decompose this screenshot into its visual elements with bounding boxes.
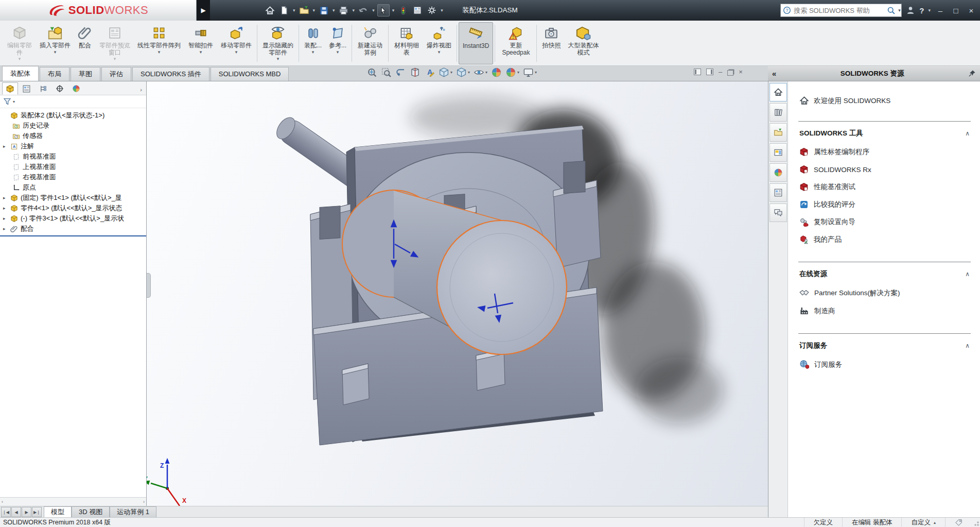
search-icon[interactable] [887, 6, 896, 15]
edit-appearance-icon[interactable] [491, 67, 502, 78]
logo-flyout-button[interactable]: ▶ [197, 0, 210, 21]
rollback-bar[interactable] [0, 235, 146, 236]
tree-item-sensors[interactable]: 传感器 [0, 131, 146, 141]
tree-item-annotations[interactable]: ▸ 注解 [0, 141, 146, 151]
expand-arrow-icon[interactable]: ▸ [3, 206, 8, 211]
select-tool-button[interactable] [377, 4, 390, 16]
welcome-link[interactable]: 欢迎使用 SOLIDWORKS [799, 96, 971, 106]
link-subscription-services[interactable]: 订阅服务 [798, 355, 971, 373]
collapse-left-pane-icon[interactable] [694, 69, 701, 75]
ribbon-bill-of-materials[interactable]: 材料明细表 [390, 22, 423, 64]
next-tab-button[interactable]: ▶ [22, 507, 31, 517]
ribbon-move-component[interactable]: 移动零部件▾ [217, 22, 255, 64]
link-performance-benchmark[interactable]: 性能基准测试 [798, 178, 971, 196]
help-dropdown-icon[interactable]: ▾ [928, 8, 931, 13]
viewport-minimize-icon[interactable]: – [719, 68, 722, 76]
tag-button[interactable] [945, 518, 972, 527]
section-view-icon[interactable] [410, 67, 421, 78]
link-property-tab-builder[interactable]: 属性标签编制程序 [798, 143, 971, 161]
tree-item-front-plane[interactable]: 前视基准面 [0, 151, 146, 162]
motion-study-tab[interactable]: 运动算例 1 [110, 506, 156, 517]
help-menu-button[interactable]: ? [919, 6, 924, 15]
link-copy-settings-wizard[interactable]: 复制设置向导 [798, 213, 971, 231]
tab-solidworks-addins[interactable]: SOLIDWORKS 插件 [132, 67, 209, 81]
ribbon-update-speedpak[interactable]: 更新 Speedpak [497, 22, 535, 64]
tree-item-top-plane[interactable]: 上视基准面 [0, 162, 146, 172]
save-dropdown-icon[interactable]: ▾ [332, 8, 335, 13]
link-my-products[interactable]: 我的产品 [798, 231, 971, 248]
tab-layout[interactable]: 布局 [40, 67, 69, 81]
collapse-task-pane-icon[interactable]: « [772, 69, 776, 78]
link-partner-solutions[interactable]: Partner Solutions(解决方案) [798, 284, 971, 302]
file-explorer-tab[interactable] [769, 123, 787, 142]
hide-show-items-icon[interactable]: ▾ [474, 67, 487, 78]
panel-splitter-handle[interactable] [147, 273, 151, 298]
tree-item-origin[interactable]: 原点 [0, 182, 146, 193]
zoom-to-area-icon[interactable] [381, 67, 392, 78]
3d-views-tab[interactable]: 3D 视图 [72, 506, 110, 517]
ribbon-smart-fasteners[interactable]: 智能扣件▾ [184, 22, 217, 64]
prev-tab-button[interactable]: ◀ [11, 507, 21, 517]
property-manager-tab[interactable] [19, 82, 34, 95]
display-style-icon[interactable]: ▾ [456, 67, 470, 78]
collapse-chevron-icon[interactable]: ∧ [965, 342, 970, 349]
ribbon-assembly-features[interactable]: 装配...▾ [301, 22, 325, 64]
design-library-tab[interactable] [769, 103, 787, 122]
undo-dropdown-icon[interactable]: ▾ [372, 8, 375, 13]
view-annotations-icon[interactable] [424, 67, 435, 78]
ribbon-take-snapshot[interactable]: 拍快照 [538, 22, 564, 64]
assembly-model[interactable]: Z Y X [147, 81, 768, 506]
ribbon-reference-geometry[interactable]: 参考...▾ [325, 22, 350, 64]
panel-flyout-arrow-icon[interactable]: › [140, 87, 145, 95]
display-manager-tab[interactable] [68, 82, 84, 95]
ribbon-linear-pattern[interactable]: 线性零部件阵列▾ [134, 22, 184, 64]
tree-item-part4[interactable]: ▸ 零件4<1> (默认<<默认>_显示状态 [0, 203, 146, 213]
ribbon-show-hidden-components[interactable]: 显示隐藏的零部件▾ [259, 22, 297, 64]
undo-button[interactable] [357, 4, 370, 16]
tree-filter-bar[interactable]: ▾ [0, 95, 146, 108]
graphics-viewport[interactable]: Z Y X [147, 81, 768, 506]
collapse-chevron-icon[interactable]: ∧ [965, 130, 970, 137]
link-solidworks-rx[interactable]: SOLIDWORKS Rx [798, 161, 971, 178]
link-manufacturers[interactable]: 制造商 [798, 302, 971, 320]
options-button[interactable] [426, 4, 438, 16]
first-tab-button[interactable]: ❘◀ [1, 507, 11, 517]
dimxpert-manager-tab[interactable] [51, 82, 67, 95]
login-user-icon[interactable] [906, 6, 915, 15]
tab-assembly[interactable]: 装配体 [2, 66, 39, 81]
featuremanager-tree-tab[interactable] [2, 82, 18, 95]
view-settings-icon[interactable]: ▾ [523, 67, 537, 78]
section-subscription-services[interactable]: 订阅服务 ∧ [798, 335, 971, 355]
tree-item-history[interactable]: 历史记录 [0, 121, 146, 131]
minimize-button[interactable]: – [935, 6, 946, 15]
close-button[interactable]: × [966, 6, 977, 15]
tree-root[interactable]: 装配体2 (默认<显示状态-1>) [0, 110, 146, 121]
units-selector[interactable]: 自定义▴ [901, 518, 945, 527]
save-button[interactable] [318, 4, 330, 16]
viewport-close-icon[interactable]: × [739, 68, 743, 76]
tree-item-part1[interactable]: ▸ (固定) 零件1<1> (默认<<默认>_显 [0, 193, 146, 203]
scroll-left-icon[interactable]: ‹ [2, 499, 3, 504]
print-dropdown-icon[interactable]: ▾ [353, 8, 355, 13]
tab-evaluate[interactable]: 评估 [101, 67, 131, 81]
pin-icon[interactable] [968, 70, 976, 77]
apply-scene-icon[interactable]: ▾ [505, 67, 519, 78]
expand-arrow-icon[interactable]: ▸ [3, 216, 8, 221]
ribbon-mate[interactable]: 配合 [74, 22, 96, 64]
custom-properties-tab[interactable] [769, 183, 787, 202]
tree-item-part3[interactable]: ▸ (-) 零件3<1> (默认<<默认>_显示状 [0, 213, 146, 224]
new-document-button[interactable] [278, 4, 290, 16]
expand-arrow-icon[interactable]: ▸ [3, 144, 8, 149]
print-button[interactable] [338, 4, 350, 16]
last-tab-button[interactable]: ▶❘ [32, 507, 42, 517]
viewport-restore-icon[interactable] [727, 70, 733, 76]
previous-view-icon[interactable] [395, 67, 406, 78]
resize-grip[interactable] [972, 518, 980, 527]
home-button[interactable] [264, 4, 276, 16]
tab-sketch[interactable]: 草图 [71, 67, 100, 81]
forum-tab[interactable] [769, 203, 787, 222]
open-button[interactable] [298, 4, 310, 16]
section-online-resources[interactable]: 在线资源 ∧ [798, 263, 971, 284]
ribbon-new-motion-study[interactable]: 新建运动算例 [354, 22, 387, 64]
configuration-manager-tab[interactable] [35, 82, 51, 95]
